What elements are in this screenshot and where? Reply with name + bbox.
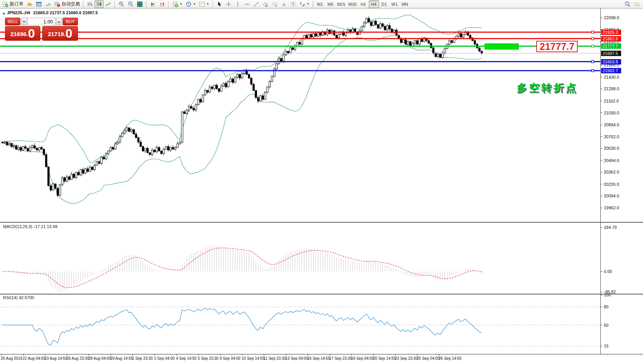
date-label: 26 Aug 23:30 [66, 356, 89, 361]
line-handle [592, 69, 594, 72]
timeframe-h4[interactable]: H4 [369, 0, 379, 8]
fibonacci-button[interactable]: F [270, 0, 279, 8]
bar-chart-button[interactable] [85, 0, 94, 8]
trendline-icon [253, 1, 259, 7]
rsi-line [2, 308, 482, 345]
date-tick [308, 354, 308, 356]
timeframe-m30[interactable]: M30 [347, 0, 358, 8]
chart-canvas[interactable] [0, 0, 643, 364]
signal-icon [45, 1, 51, 7]
add-indicator-icon [172, 1, 178, 7]
chevron-down-icon: ▼ [193, 2, 196, 6]
equidistant-channel-button[interactable]: E [261, 0, 270, 8]
sell-price[interactable]: 21696.0 [5, 26, 40, 41]
timeframe-d1[interactable]: D1 [379, 0, 389, 8]
ohlc-values: 21665.0 21737.5 21660.0 21697.5 [33, 10, 98, 15]
toolbar-grip [114, 1, 115, 7]
autotrade-icon [54, 1, 60, 7]
buy-price-main: 21719. [48, 29, 66, 39]
level-price-tag[interactable]: 21777.7 [601, 43, 621, 49]
templates-button[interactable]: ▼ [197, 0, 211, 8]
clock-icon [186, 1, 192, 7]
level-price-tag[interactable]: 21502.7 [601, 68, 621, 73]
zoom-in-button[interactable] [117, 0, 126, 8]
volume-decrease-button[interactable]: ▼ [21, 18, 27, 25]
timeframe-m15[interactable]: M15 [336, 0, 347, 8]
date-label: 23 Aug 14:55 [45, 356, 67, 361]
timeframe-mn[interactable]: MN [400, 0, 410, 8]
date-tick [1, 354, 2, 356]
level-price-tag[interactable]: 21603.8 [601, 59, 621, 65]
template-icon [199, 1, 205, 7]
date-tick [23, 354, 23, 356]
panel-separator-rsi[interactable] [0, 294, 643, 295]
timeframe-h1[interactable]: H1 [358, 0, 369, 8]
date-label: 4 Sep 14:55 [176, 356, 197, 361]
zoom-out-button[interactable] [126, 0, 135, 8]
buy-button[interactable]: BUY [63, 18, 78, 25]
text-label-button[interactable]: T [288, 0, 298, 8]
text-button[interactable]: A [279, 0, 288, 8]
tile-windows-button[interactable] [135, 0, 144, 8]
new-order-button[interactable]: 新订单 [1, 0, 25, 8]
chevron-down-icon: ▼ [307, 2, 310, 6]
volume-input[interactable] [27, 18, 56, 25]
panel-separator-macd[interactable] [0, 222, 643, 223]
bollinger-lower-band [2, 36, 482, 204]
horizontal-line-button[interactable] [242, 0, 252, 8]
quotes-button[interactable] [25, 0, 34, 8]
date-label: 1 Sep 23:30 [132, 356, 153, 361]
line-chart-button[interactable] [104, 0, 113, 8]
volume-increase-button[interactable]: ▲ [56, 18, 62, 25]
sell-button[interactable]: SELL [5, 18, 20, 25]
date-tick [89, 354, 89, 356]
price-callout-label[interactable]: 21777.7 [536, 41, 578, 52]
indicators-button[interactable]: ▼ [171, 0, 184, 8]
chat-button[interactable] [632, 0, 641, 8]
line-handle [592, 45, 594, 47]
trading-platform-window: 新订单自动交易▼▼▼EFAT▼M1M5M15M30H1H4D1W1MN ▲JPN… [0, 0, 643, 364]
level-price-tag[interactable]: 21935.3 [601, 30, 621, 35]
price-tick-label: 22098.0 [601, 15, 619, 20]
buy-price[interactable]: 21719.0 [42, 26, 78, 41]
line-chart-icon [105, 1, 111, 7]
price-tick-label: 20630.0 [601, 146, 619, 151]
timeframe-w1[interactable]: W1 [389, 0, 400, 8]
svg-text:E: E [266, 4, 268, 7]
level-price-tag[interactable]: 21862.6 [601, 36, 621, 41]
arrows-button[interactable]: ▼ [298, 0, 311, 8]
collapse-panel-icon[interactable]: ▲ [2, 12, 5, 15]
rsi-indicator-label: RSI(14) 42.5700 [3, 295, 34, 300]
date-tick [286, 354, 286, 356]
vline-icon [235, 1, 241, 7]
candle-chart-button[interactable] [94, 0, 104, 8]
timeframe-m1[interactable]: M1 [315, 0, 325, 8]
label-icon: T [290, 1, 296, 7]
cursor-button[interactable] [215, 0, 224, 8]
symbol-info-bar: ▲JPN225-,H421665.0 21737.5 21660.0 21697… [2, 10, 98, 15]
chevron-down-icon: ▼ [206, 2, 209, 6]
signals-button[interactable] [43, 0, 53, 8]
channel-icon: E [262, 1, 268, 7]
date-label: 5 Sep 23:30 [198, 356, 219, 361]
date-tick [133, 354, 133, 356]
trendline-button[interactable] [252, 0, 261, 8]
macd-indicator-label: MACD(12,26,9) -17.21 13.49 [3, 224, 57, 229]
periods-button[interactable]: ▼ [184, 0, 197, 8]
date-tick [220, 354, 220, 356]
macd-tick-label: 184.79 [601, 225, 617, 230]
autotrade-button-label: 自动交易 [61, 1, 80, 7]
timeframe-m5[interactable]: M5 [325, 0, 336, 8]
date-tick [264, 354, 264, 356]
shift-end-button[interactable] [148, 0, 157, 8]
auto-scroll-button[interactable] [157, 0, 167, 8]
search-button[interactable] [623, 0, 632, 8]
autotrade-button[interactable]: 自动交易 [53, 0, 81, 8]
vertical-line-button[interactable] [233, 0, 242, 8]
date-tick [417, 354, 418, 356]
market-watch-button[interactable] [34, 0, 43, 8]
main-chart-panel [2, 15, 483, 204]
macd-histogram [2, 246, 482, 292]
date-label: 29 Aug 14:55 [110, 356, 133, 361]
crosshair-button[interactable] [224, 0, 233, 8]
